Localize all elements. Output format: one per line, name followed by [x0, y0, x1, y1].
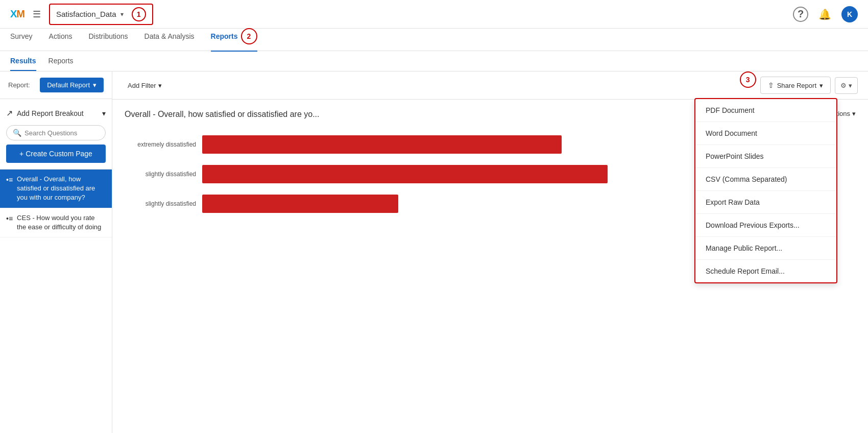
share-icon: ⇧	[768, 81, 774, 89]
list-icon: •≡	[6, 214, 13, 223]
annotation-badge-3: 3	[740, 71, 756, 88]
chevron-down-icon: ▾	[819, 82, 823, 89]
nav-tabs: Survey Actions Distributions Data & Anal…	[0, 29, 868, 51]
share-report-wrapper: 3 ⇧ Share Report ▾	[760, 77, 831, 94]
chevron-down-icon: ▾	[102, 109, 106, 117]
dropdown-item-export-raw[interactable]: Export Raw Data	[695, 191, 836, 214]
dropdown-item-schedule-email[interactable]: Schedule Report Email...	[695, 260, 836, 282]
sidebar-item-overall[interactable]: •≡ Overall - Overall, how satisfied or d…	[0, 170, 112, 208]
bar-label-3: slightly dissatisfied	[125, 200, 196, 207]
survey-selector[interactable]: Satisfaction_Data ▾ 1	[49, 4, 153, 25]
search-questions-box[interactable]: 🔍	[6, 125, 106, 140]
xm-logo[interactable]: XM	[10, 8, 25, 20]
dropdown-item-manage-public[interactable]: Manage Public Report...	[695, 237, 836, 260]
search-icon: 🔍	[13, 129, 21, 137]
survey-name: Satisfaction_Data	[56, 10, 116, 18]
tab-data-analysis[interactable]: Data & Analysis	[144, 32, 195, 47]
top-bar-left: XM ☰ Satisfaction_Data ▾ 1	[10, 4, 153, 25]
top-bar-right: ? 🔔 K	[793, 6, 858, 22]
bar-label-1: extremely dissatisfied	[125, 141, 196, 148]
sidebar-question-list: •≡ Overall - Overall, how satisfied or d…	[0, 170, 112, 237]
chevron-down-icon: ▾	[849, 82, 852, 89]
bar-1	[202, 135, 562, 154]
breakout-icon: ↗	[6, 108, 13, 118]
report-toolbar-row: Report: Default Report ▾	[0, 71, 112, 99]
share-report-dropdown: PDF Document Word Document PowerPoint Sl…	[694, 98, 837, 283]
chevron-down-icon: ▾	[93, 81, 97, 89]
content-toolbar-right: 3 ⇧ Share Report ▾ ⚙ ▾	[760, 77, 858, 94]
add-report-breakout-button[interactable]: ↗ Add Report Breakout ▾	[6, 105, 106, 121]
content-area: Add Filter ▾ 3 ⇧ Share Report ▾ ⚙ ▾	[112, 71, 868, 433]
tab-survey[interactable]: Survey	[10, 32, 33, 47]
list-icon: •≡	[6, 176, 13, 184]
sub-tabs: Results Reports	[0, 51, 868, 71]
add-filter-button[interactable]: Add Filter ▾	[123, 78, 167, 93]
create-custom-page-button[interactable]: + Create Custom Page	[6, 145, 106, 163]
avatar[interactable]: K	[841, 6, 858, 22]
help-button[interactable]: ?	[793, 7, 808, 22]
gear-icon: ⚙	[840, 82, 847, 89]
logo-m: M	[16, 8, 25, 19]
chevron-down-icon: ▾	[158, 82, 162, 89]
dropdown-item-word[interactable]: Word Document	[695, 122, 836, 145]
hamburger-icon[interactable]: ☰	[33, 9, 41, 20]
tab-actions[interactable]: Actions	[49, 32, 73, 47]
sidebar-item-ces[interactable]: •≡ CES - How would you rate the ease or …	[0, 208, 112, 237]
chevron-down-icon: ▾	[120, 11, 124, 18]
dropdown-item-powerpoint[interactable]: PowerPoint Slides	[695, 145, 836, 168]
chart-title: Overall - Overall, how satisfied or diss…	[125, 110, 319, 119]
bar-3	[202, 195, 398, 213]
settings-button[interactable]: ⚙ ▾	[835, 77, 858, 94]
content-toolbar: Add Filter ▾ 3 ⇧ Share Report ▾ ⚙ ▾	[112, 71, 868, 100]
top-bar: XM ☰ Satisfaction_Data ▾ 1 ? 🔔 K	[0, 0, 868, 29]
subtab-reports[interactable]: Reports	[49, 57, 74, 71]
content-toolbar-left: Add Filter ▾	[123, 78, 167, 93]
search-questions-input[interactable]	[25, 129, 99, 137]
annotation-badge-1: 1	[132, 7, 146, 21]
tab-reports[interactable]: Reports 2	[211, 28, 257, 52]
share-report-button[interactable]: ⇧ Share Report ▾	[760, 77, 831, 94]
sidebar: Report: Default Report ▾ ↗ Add Report Br…	[0, 71, 112, 433]
report-label: Report:	[8, 81, 30, 89]
chevron-down-icon: ▾	[852, 110, 856, 117]
tab-distributions[interactable]: Distributions	[89, 32, 128, 47]
notification-button[interactable]: 🔔	[818, 8, 831, 20]
dropdown-item-download-prev[interactable]: Download Previous Exports...	[695, 214, 836, 237]
default-report-button[interactable]: Default Report ▾	[40, 78, 104, 92]
dropdown-item-csv[interactable]: CSV (Comma Separated)	[695, 168, 836, 191]
dropdown-item-pdf[interactable]: PDF Document	[695, 99, 836, 122]
add-breakout-section: ↗ Add Report Breakout ▾ 🔍 + Create Custo…	[0, 99, 112, 170]
logo-x: X	[10, 8, 16, 19]
main-layout: Report: Default Report ▾ ↗ Add Report Br…	[0, 71, 868, 433]
bar-label-2: slightly dissatisfied	[125, 171, 196, 178]
bar-2	[202, 165, 608, 183]
annotation-badge-2: 2	[241, 28, 257, 44]
subtab-results[interactable]: Results	[10, 57, 36, 71]
